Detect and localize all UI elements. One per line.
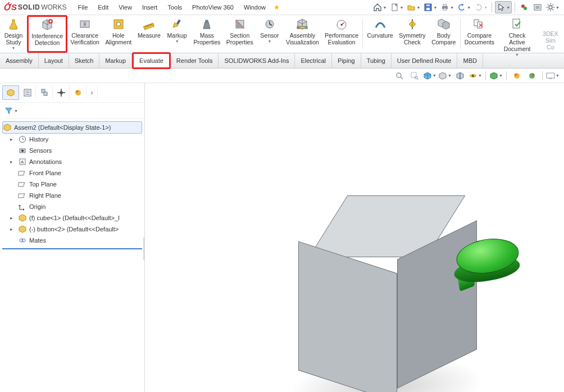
svg-line-18	[548, 4, 549, 6]
more-managers-button[interactable]: ›	[87, 85, 98, 100]
menu-photoview-360[interactable]: PhotoView 360	[188, 2, 238, 13]
filter-button[interactable]: ▼	[4, 105, 18, 116]
settings-button[interactable]: ▼	[545, 1, 561, 13]
tree-node-label: Mates	[29, 237, 46, 244]
markup-button[interactable]: Markup▼	[163, 16, 190, 52]
mass-button[interactable]: MassProperties	[190, 16, 223, 52]
menu-file[interactable]: File	[74, 2, 93, 13]
hole-button[interactable]: HoleAlignment	[102, 16, 134, 52]
svg-rect-5	[443, 4, 447, 6]
tab-electrical[interactable]: Electrical	[295, 53, 332, 68]
home-button[interactable]: ▼	[371, 1, 388, 13]
tree-node[interactable]: ▸AAnnotations	[2, 156, 142, 167]
model-button[interactable]	[454, 239, 521, 290]
section-view-button[interactable]	[453, 70, 467, 82]
display-style-button[interactable]: ▼	[438, 70, 452, 82]
feature-manager-tab[interactable]	[2, 85, 19, 100]
save-button[interactable]: ▼	[422, 1, 438, 13]
graphics-viewport[interactable]	[145, 83, 564, 392]
expander-icon[interactable]: ▸	[10, 159, 16, 165]
tab-evaluate[interactable]: Evaluate	[132, 52, 171, 69]
zoom-fit-button[interactable]	[393, 70, 406, 82]
menu-view[interactable]: View	[114, 2, 137, 13]
print-button[interactable]: ▼	[439, 1, 455, 13]
menu-window[interactable]: Window	[239, 2, 270, 13]
annotations-icon: A	[18, 157, 27, 166]
options-list-button[interactable]	[531, 1, 544, 13]
dropdown-arrow-icon: ▼	[267, 39, 271, 44]
check-active-button[interactable]: Check ActiveDocument▼	[497, 16, 537, 52]
edit-appearance-button[interactable]: ▼	[489, 70, 503, 82]
select-button[interactable]: ▼	[495, 1, 512, 13]
design-button[interactable]: DesignStudy▼	[0, 16, 27, 52]
interference-button[interactable]: InterferenceDetection	[27, 15, 67, 53]
curvature-button[interactable]: Curvature	[364, 16, 396, 52]
tree-node[interactable]: Origin	[2, 201, 142, 212]
expander-icon[interactable]: ▸	[10, 215, 16, 221]
svg-rect-61	[44, 92, 47, 95]
configuration-manager-tab[interactable]	[36, 85, 53, 100]
svg-rect-34	[176, 20, 181, 25]
render-region-button[interactable]	[525, 70, 539, 82]
dimxpert-manager-tab[interactable]	[53, 85, 70, 100]
hide-show-button[interactable]: ▼	[469, 70, 482, 82]
performance-icon	[335, 17, 348, 31]
3dex-button[interactable]: 3DEXSimCo	[537, 16, 564, 52]
tab-tubing[interactable]: Tubing	[361, 53, 392, 68]
svg-point-50	[514, 73, 520, 79]
tree-node[interactable]: Front Plane	[2, 167, 142, 179]
section-button[interactable]: SectionProperties	[224, 16, 256, 52]
menu-edit[interactable]: Edit	[93, 2, 113, 13]
compare-button[interactable]: CompareDocuments	[462, 16, 498, 52]
redo-button[interactable]: ▼	[473, 1, 489, 13]
tab-solidworks-add-ins[interactable]: SOLIDWORKS Add-Ins	[219, 53, 295, 68]
view-orientation-button[interactable]: ▼	[423, 70, 436, 82]
tree-node[interactable]: Right Plane	[2, 190, 142, 201]
property-manager-tab[interactable]	[19, 85, 36, 100]
assembly-button[interactable]: AssemblyVisualization	[283, 16, 322, 52]
tab-piping[interactable]: Piping	[332, 53, 361, 68]
body-button[interactable]: BodyCompare	[429, 16, 459, 52]
undo-button[interactable]: ▼	[456, 1, 472, 13]
measure-button[interactable]: Measure	[134, 16, 163, 52]
svg-text:A: A	[21, 159, 24, 165]
tab-layout[interactable]: Layout	[39, 53, 69, 68]
tree-node[interactable]: ▸(f) cube<1> (Default<<Default>_I	[2, 212, 142, 224]
tree-node[interactable]: ▸History	[2, 134, 142, 145]
open-button[interactable]: ▼	[406, 1, 421, 13]
menu-tools[interactable]: Tools	[163, 2, 187, 13]
display-manager-tab[interactable]	[70, 85, 87, 100]
body-compare-icon	[437, 17, 451, 31]
expander-icon[interactable]: ▸	[10, 226, 16, 232]
tree-node[interactable]: ▸(-) button<2> (Default<<Default>	[2, 224, 142, 235]
tab-mbd[interactable]: MBD	[457, 53, 483, 68]
expander-icon[interactable]: ▸	[10, 136, 16, 142]
tab-render-tools[interactable]: Render Tools	[171, 53, 219, 68]
star-icon[interactable]: ★	[274, 3, 280, 11]
tree-node[interactable]: Top Plane	[2, 179, 142, 190]
section-icon	[233, 17, 247, 31]
tree-node[interactable]: Mates	[2, 235, 142, 246]
clearance-button[interactable]: ClearanceVerification	[67, 16, 102, 52]
view-settings-button[interactable]: ▼	[546, 70, 560, 82]
zoom-area-button[interactable]	[408, 70, 421, 82]
apply-scene-button[interactable]	[510, 70, 524, 82]
tab-sketch[interactable]: Sketch	[69, 53, 100, 68]
tree-root[interactable]: Assem2 (Default<Display State-1>)	[2, 121, 142, 134]
svg-point-78	[22, 239, 25, 242]
performance-button[interactable]: PerformanceEvaluation	[322, 16, 361, 52]
svg-rect-2	[426, 8, 430, 10]
tab-assembly[interactable]: Assembly	[0, 53, 39, 68]
tree-node[interactable]: Sensors	[2, 145, 142, 156]
sensor-button[interactable]: Sensor▼	[256, 16, 283, 52]
ribbon-evaluate: DesignStudy▼InterferenceDetectionClearan…	[0, 15, 564, 53]
rebuild-button[interactable]	[518, 1, 530, 13]
tab-markup[interactable]: Markup	[99, 53, 132, 68]
tab-user-defined-route[interactable]: User Defined Route	[392, 53, 458, 68]
symmetry-button[interactable]: SymmetryCheck	[396, 16, 429, 52]
menu-insert[interactable]: Insert	[138, 2, 162, 13]
new-button[interactable]: ▼	[389, 1, 405, 13]
mates-icon	[18, 236, 27, 245]
part-icon	[18, 225, 27, 234]
feature-tree[interactable]: Assem2 (Default<Display State-1>) ▸Histo…	[0, 119, 144, 392]
